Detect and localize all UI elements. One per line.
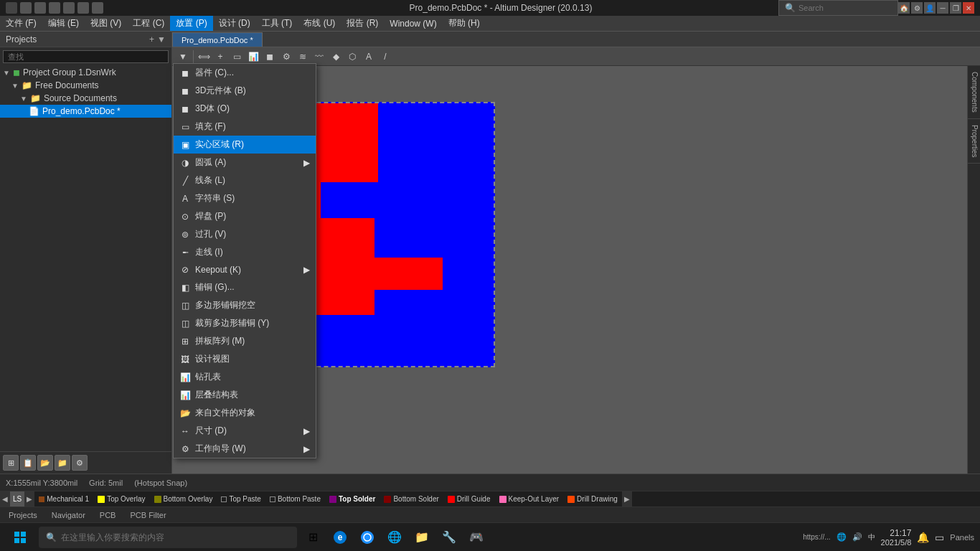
dd-item-design-view[interactable]: 🖼 设计视图 [174, 350, 316, 368]
menu-view[interactable]: 视图 (V) [85, 16, 127, 31]
sidebar-btn-5[interactable]: ⚙ [72, 455, 88, 471]
sidebar-btn-4[interactable]: 📁 [55, 455, 70, 471]
dd-item-3d-body[interactable]: ◼ 3D体 (O) [174, 100, 316, 118]
toolbar-icon-3[interactable] [49, 2, 60, 14]
menu-route[interactable]: 布线 (U) [298, 16, 341, 31]
toolbar-icon-1[interactable] [20, 2, 32, 14]
layer-drill-drawing[interactable]: Drill Drawing [563, 491, 622, 507]
dd-item-fill[interactable]: ▭ 填充 (F) [174, 118, 316, 136]
menu-project[interactable]: 工程 (C) [127, 16, 170, 31]
dd-item-pad[interactable]: ⊙ 焊盘 (P) [174, 207, 316, 225]
ct-route-btn[interactable]: ⟺ [196, 49, 212, 65]
tab-pcbdoc[interactable]: Pro_demo.PcbDoc * [172, 32, 263, 47]
layer-scroll-left[interactable]: ◀ [0, 491, 10, 507]
tree-item-pcbdoc[interactable]: 📄 Pro_demo.PcbDoc * [0, 105, 171, 118]
dd-item-wizard[interactable]: ⚙ 工作向导 (W) ▶ [174, 440, 316, 458]
redo-icon[interactable] [92, 2, 103, 14]
layer-top-paste-checkbox[interactable] [221, 496, 227, 502]
dd-item-panelize[interactable]: ⊞ 拼板阵列 (M) [174, 332, 316, 350]
layer-top-paste[interactable]: Top Paste [217, 491, 265, 507]
ct-diamond-btn[interactable]: ◆ [328, 49, 344, 65]
dd-item-polygon[interactable]: ◧ 辅铜 (G)... [174, 278, 316, 296]
undo-icon[interactable] [77, 2, 89, 14]
toolbar-icon-2[interactable] [34, 2, 46, 14]
menu-design[interactable]: 设计 (D) [213, 16, 256, 31]
account-button[interactable]: 👤 [924, 2, 936, 14]
sidebar-btn-3[interactable]: 📂 [37, 455, 53, 471]
dd-item-keepout[interactable]: ⊘ Keepout (K) ▶ [174, 261, 316, 278]
minimize-button[interactable]: ─ [937, 2, 948, 14]
dd-item-solid-region[interactable]: ▣ 实心区域 (R) [174, 136, 316, 154]
toolbar-icon-4[interactable] [63, 2, 75, 14]
taskbar-icon-6[interactable]: 📁 [410, 526, 433, 549]
bottom-tab-pcbfilter[interactable]: PCB Filter [124, 509, 171, 521]
ct-filter-btn[interactable]: ▼ [175, 49, 191, 65]
dd-item-drill-table[interactable]: 📊 钻孔表 [174, 368, 316, 386]
layer-scroll-right[interactable]: ▶ [24, 491, 34, 507]
dd-item-polygon-cutout[interactable]: ◫ 多边形铺铜挖空 [174, 296, 316, 314]
dd-item-from-file[interactable]: 📂 来自文件的对象 [174, 404, 316, 422]
tree-item-free-docs[interactable]: ▼ 📁 Free Documents [0, 79, 171, 92]
menu-edit[interactable]: 编辑 (E) [42, 16, 85, 31]
components-panel-tab[interactable]: Components [968, 66, 980, 119]
layer-top-solder[interactable]: Top Solder [325, 491, 380, 507]
bottom-tab-projects[interactable]: Projects [3, 509, 43, 521]
taskbar-browser-icon[interactable] [356, 526, 379, 549]
home-button[interactable]: 🏠 [898, 2, 910, 14]
taskbar-altium-icon[interactable]: 🔧 [438, 526, 461, 549]
sidebar-add-btn[interactable]: + [149, 34, 154, 44]
dd-item-line[interactable]: ╱ 线条 (L) [174, 171, 316, 189]
layer-keepout[interactable]: Keep-Out Layer [495, 491, 564, 507]
tree-item-source-docs[interactable]: ▼ 📁 Source Documents [0, 92, 171, 105]
dd-item-track[interactable]: ╾ 走线 (I) [174, 243, 316, 261]
properties-panel-tab[interactable]: Properties [968, 119, 980, 164]
bottom-tab-pcb[interactable]: PCB [94, 509, 122, 521]
menu-help[interactable]: 帮助 (H) [443, 16, 486, 31]
ct-curve-btn[interactable]: 〰 [311, 49, 327, 65]
ct-hex-btn[interactable]: ⬡ [344, 49, 360, 65]
bottom-tab-navigator[interactable]: Navigator [46, 509, 91, 521]
dd-item-string[interactable]: A 字符串 (S) [174, 189, 316, 207]
sidebar-btn-2[interactable]: 📋 [20, 455, 36, 471]
ct-add-btn[interactable]: + [212, 49, 228, 65]
ct-wave-btn[interactable]: ≋ [295, 49, 311, 65]
dd-item-stackup-table[interactable]: 📊 层叠结构表 [174, 386, 316, 404]
layer-bottom-paste-checkbox[interactable] [270, 496, 275, 502]
sidebar-search-input[interactable] [3, 50, 169, 63]
close-button[interactable]: ✕ [963, 2, 974, 14]
taskbar-icon-5[interactable]: 🌐 [383, 526, 406, 549]
restore-button[interactable]: ❐ [950, 2, 961, 14]
task-view-button[interactable]: ⊞ [301, 526, 324, 549]
sidebar-menu-btn[interactable]: ▼ [157, 34, 166, 44]
settings-button[interactable]: ⚙ [911, 2, 923, 14]
menu-tools[interactable]: 工具 (T) [256, 16, 298, 31]
layer-end-scroll[interactable]: ▶ [622, 491, 632, 507]
taskbar-edge-icon[interactable]: e [329, 526, 352, 549]
ct-text-btn[interactable]: A [361, 49, 377, 65]
menu-file[interactable]: 文件 (F) [0, 16, 42, 31]
layer-mechanical1-checkbox[interactable] [39, 496, 44, 502]
dd-item-3d-component[interactable]: ◼ 3D元件体 (B) [174, 82, 316, 100]
dd-item-via[interactable]: ⊚ 过孔 (V) [174, 225, 316, 243]
layer-mechanical1[interactable]: Mechanical 1 [34, 491, 93, 507]
ct-gear-btn[interactable]: ⚙ [278, 49, 294, 65]
ct-chart-btn[interactable]: 📊 [245, 49, 261, 65]
sidebar-btn-1[interactable]: ⊞ [3, 455, 19, 471]
dd-item-arc[interactable]: ◑ 圆弧 (A) ▶ [174, 154, 316, 171]
menu-report[interactable]: 报告 (R) [341, 16, 384, 31]
dd-item-component[interactable]: ◼ 器件 (C)... [174, 64, 316, 82]
taskbar-icon-8[interactable]: 🎮 [465, 526, 488, 549]
taskbar-search-input[interactable] [61, 532, 290, 542]
layer-top-overlay[interactable]: Top Overlay [93, 491, 149, 507]
layer-drill-guide[interactable]: Drill Guide [443, 491, 495, 507]
show-desktop-icon[interactable]: ▭ [935, 532, 944, 543]
ct-rect-btn[interactable]: ▭ [229, 49, 245, 65]
search-input[interactable] [798, 4, 892, 12]
start-button[interactable] [6, 523, 34, 552]
dd-item-dimension[interactable]: ↔ 尺寸 (D) ▶ [174, 422, 316, 440]
notification-icon[interactable]: 🔔 [917, 532, 929, 543]
layer-bottom-paste[interactable]: Bottom Paste [265, 491, 325, 507]
menu-place[interactable]: 放置 (P) [170, 16, 212, 31]
menu-window[interactable]: Window (W) [384, 16, 442, 31]
tree-item-project-group[interactable]: ▼ ◼ Project Group 1.DsnWrk [0, 66, 171, 79]
